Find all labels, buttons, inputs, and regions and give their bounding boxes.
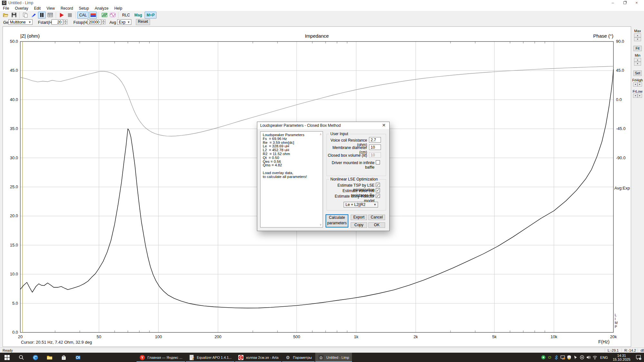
infinite-baffle-checkbox[interactable] <box>376 160 380 164</box>
menu-view[interactable]: View <box>43 6 58 11</box>
reset-button[interactable]: Reset <box>136 19 150 25</box>
toolbar-separator <box>99 12 99 18</box>
minimize-button[interactable]: – <box>607 0 618 6</box>
menu-help[interactable]: Help <box>111 6 125 11</box>
taskbar-app-yandex[interactable]: YГлавная — Яндекс ... <box>137 353 185 362</box>
set-button[interactable]: Set <box>633 70 642 76</box>
tray-pointer-icon[interactable] <box>572 353 579 362</box>
copy-button[interactable]: Copy <box>351 222 367 228</box>
inductor-model-select[interactable]: Le + L2||R2▼ <box>344 202 378 208</box>
fstop-input[interactable]: 20000 <box>88 19 101 25</box>
x-tick: 20k <box>603 334 624 339</box>
restore-button[interactable] <box>619 0 630 6</box>
dialog-title-bar[interactable]: Loudspeaker Parameters - Closed Box Meth… <box>257 122 389 129</box>
fstart-input[interactable]: 20 <box>52 19 63 25</box>
max-spinner[interactable]: ▲▼ <box>634 33 641 41</box>
menu-setup[interactable]: Setup <box>76 6 92 11</box>
svg-text:Y: Y <box>141 356 144 359</box>
pause-button[interactable] <box>38 12 46 19</box>
taskbar-outlook-button[interactable] <box>71 353 85 362</box>
save-button[interactable] <box>10 12 18 19</box>
estimate-re-checkbox[interactable]: ✓ <box>376 188 380 192</box>
min-spinner[interactable]: ▲▼ <box>634 58 641 66</box>
taskbar-store-button[interactable] <box>57 353 71 362</box>
fstart-spinner[interactable]: ▲▼ <box>63 19 68 25</box>
signal-bars-button[interactable] <box>89 12 97 19</box>
pen-icon <box>31 13 36 17</box>
taskbar-app-limp[interactable]: ΩUntitled - Limp <box>315 353 352 362</box>
copy-button[interactable] <box>21 12 29 19</box>
parameters-results-box[interactable]: ∧ ∨ Loudspeaker ParametersFs = 69.96 HzR… <box>260 131 323 227</box>
tray-record-circle-icon[interactable] <box>579 353 585 362</box>
fit-button[interactable]: Fit <box>633 46 642 51</box>
spin-down-icon: ▼ <box>63 22 68 24</box>
tray-nvidia-icon[interactable] <box>546 353 553 362</box>
voice-coil-resistance-input[interactable]: 2.7 <box>369 137 381 143</box>
fstop-spinner[interactable]: ▲▼ <box>101 19 106 25</box>
ok-button[interactable]: OK <box>368 222 385 228</box>
generator-controls: Gen Multitone▼ Fstart(Hz) 20 ▲▼ Fstop(Hz… <box>0 19 644 26</box>
export-button[interactable]: Export <box>351 215 367 220</box>
taskbar-app-equalizer[interactable]: Equalizer APO 1.4.1... <box>186 353 234 362</box>
window-title: Untitled - Limp <box>8 1 33 5</box>
menu-edit[interactable]: Edit <box>31 6 44 11</box>
taskbar-app-arta[interactable]: Cколпак 2см.зя - Arta <box>235 353 281 362</box>
table-view-button[interactable] <box>46 12 54 19</box>
clock[interactable]: 14:31 15.10.2025 <box>610 354 633 361</box>
notification-center-button[interactable]: 1 <box>633 353 644 362</box>
estimate-inductor-checkbox[interactable]: ✓ <box>376 194 380 198</box>
scroll-up-icon[interactable]: ∧ <box>319 133 322 136</box>
tray-volume-icon[interactable] <box>585 353 592 362</box>
tray-bluetooth-icon[interactable] <box>553 353 559 362</box>
taskbar-edge-button[interactable] <box>28 353 43 362</box>
bluetooth-glyph <box>554 355 559 360</box>
tray-security-shield-icon[interactable] <box>566 353 572 362</box>
open-folder-icon <box>3 13 8 17</box>
estimate-tsp-checkbox[interactable]: ✓ <box>376 183 380 187</box>
magnitude-phase-button[interactable]: M+P <box>145 12 156 19</box>
max-label: Max <box>631 29 644 33</box>
averaging-select[interactable]: Exp▼ <box>117 19 131 25</box>
generator-type-select[interactable]: Multitone▼ <box>8 19 33 25</box>
tray-wifi-icon[interactable] <box>592 353 598 362</box>
spectrum-button[interactable] <box>100 12 108 19</box>
cancel-button[interactable]: Cancel <box>368 215 385 220</box>
scroll-down-icon[interactable]: ∨ <box>319 223 322 226</box>
menu-record[interactable]: Record <box>58 6 76 11</box>
menu-analyze[interactable]: Analyze <box>92 6 111 11</box>
calibrate-button[interactable]: CAL <box>77 12 89 19</box>
rlc-button[interactable]: RLC <box>120 12 132 19</box>
min-label: Min <box>631 53 644 57</box>
frlow-spinner[interactable]: ◄► <box>633 94 642 98</box>
spin-down-icon: ▼ <box>634 37 641 41</box>
taskbar-explorer-button[interactable] <box>43 353 57 362</box>
calculate-parameters-button[interactable]: Calculate parameters <box>326 214 348 227</box>
frlow-label: FrLow <box>631 89 644 93</box>
stop-button[interactable] <box>66 12 74 19</box>
menu-file[interactable]: File <box>0 6 12 11</box>
dialog-close-button[interactable]: ✕ <box>379 122 389 129</box>
tray-display-connect-icon[interactable] <box>559 353 566 362</box>
language-indicator[interactable]: ENG <box>598 356 610 359</box>
taskbar-search-button[interactable] <box>14 353 28 362</box>
toolbar: CAL RLC Mag M+P <box>0 11 644 19</box>
tray-status-green-icon[interactable] <box>540 353 546 362</box>
open-file-button[interactable] <box>2 12 9 19</box>
y-right-tick: 0.0 <box>616 97 632 102</box>
taskbar-start-button[interactable] <box>0 353 14 362</box>
membrane-diameter-input[interactable]: 10 <box>369 144 381 150</box>
spin-down-icon: ▼ <box>634 62 641 66</box>
record-play-button[interactable] <box>58 12 65 19</box>
magnitude-button[interactable]: Mag <box>132 12 144 19</box>
overlay-pen-button[interactable] <box>30 12 37 19</box>
taskbar-app-settings[interactable]: ⚙Параметры <box>282 353 315 362</box>
frhigh-spinner[interactable]: ◄► <box>633 82 642 87</box>
menu-overlay[interactable]: Overlay <box>12 6 31 11</box>
svg-text:⚙: ⚙ <box>286 355 290 360</box>
oscilloscope-button[interactable] <box>109 12 117 19</box>
result-line: R2 = 11.52 ohm <box>263 152 322 156</box>
spin-right-icon: ► <box>638 94 642 98</box>
y-left-tick: 35.0 <box>5 126 18 131</box>
close-button[interactable]: × <box>631 0 642 6</box>
equalizer-icon <box>189 355 194 360</box>
